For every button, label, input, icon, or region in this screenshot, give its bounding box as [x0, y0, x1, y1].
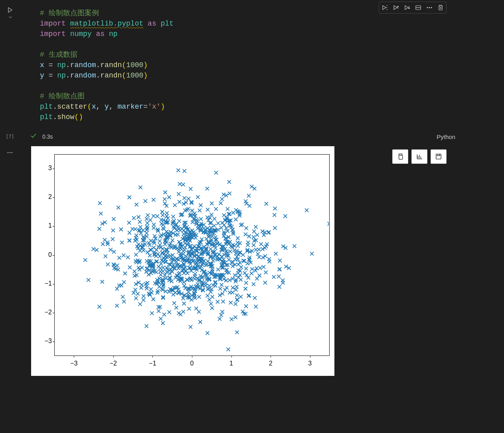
svg-rect-12 — [399, 155, 403, 159]
save-output-button[interactable] — [431, 149, 447, 164]
split-cell-button[interactable] — [413, 2, 424, 13]
code-editor[interactable]: # 绘制散点图案例 import matplotlib.pyplot as pl… — [20, 0, 460, 130]
y-tick-label: 0 — [31, 251, 52, 258]
svg-point-7 — [431, 7, 432, 8]
x-tick-label: 3 — [302, 360, 318, 367]
x-tick-label: 2 — [263, 360, 279, 367]
svg-marker-0 — [383, 6, 386, 10]
svg-point-9 — [8, 152, 8, 153]
svg-marker-8 — [8, 8, 12, 12]
run-cell-button[interactable] — [6, 6, 14, 14]
code-comment: # 绘制散点图案例 — [40, 9, 99, 17]
y-tick-label: 2 — [31, 193, 52, 201]
run-dropdown-button[interactable] — [8, 14, 12, 21]
y-tick-label: −2 — [31, 309, 52, 316]
delete-cell-button[interactable] — [435, 2, 446, 13]
svg-marker-1 — [394, 6, 397, 10]
svg-point-11 — [12, 152, 12, 153]
execution-duration: 0.3s — [42, 133, 53, 140]
code-cell-row: # 绘制散点图案例 import matplotlib.pyplot as pl… — [0, 0, 504, 130]
svg-marker-2 — [405, 6, 408, 10]
y-tick-label: 3 — [31, 165, 52, 172]
x-tick-label: −1 — [144, 360, 160, 367]
execute-above-button[interactable] — [390, 2, 401, 13]
scatter-points-layer — [54, 154, 330, 356]
cell-output-row: −3−2−10123−3−2−10123 — [0, 146, 504, 376]
open-plot-viewer-button[interactable] — [411, 149, 427, 164]
copy-output-button[interactable] — [392, 149, 408, 164]
y-tick-label: 1 — [31, 222, 52, 229]
execute-below-button[interactable] — [401, 2, 413, 13]
x-tick-label: 0 — [184, 360, 200, 367]
notebook-cell: # 绘制散点图案例 import matplotlib.pyplot as pl… — [0, 0, 504, 376]
language-picker[interactable]: Python — [437, 133, 455, 140]
run-by-line-button[interactable] — [379, 2, 390, 13]
y-tick-label: −1 — [31, 280, 52, 287]
output-options-button[interactable] — [0, 146, 20, 156]
execution-status-bar: [7] 0.3s Python — [0, 130, 460, 143]
output-toolbar — [392, 146, 447, 164]
x-tick-label: −2 — [105, 360, 121, 367]
x-tick-label: −3 — [66, 360, 82, 367]
more-actions-button[interactable] — [424, 2, 435, 13]
svg-point-6 — [429, 7, 430, 8]
execution-count: [7] — [0, 134, 20, 139]
success-check-icon — [30, 133, 37, 141]
scatter-plot-output: −3−2−10123−3−2−10123 — [31, 146, 334, 376]
svg-point-5 — [427, 7, 428, 8]
x-tick-label: 1 — [223, 360, 239, 367]
execution-gutter — [0, 0, 20, 21]
svg-rect-13 — [436, 154, 441, 159]
svg-point-10 — [10, 152, 10, 153]
y-tick-label: −3 — [31, 338, 52, 345]
cell-toolbar — [379, 2, 447, 14]
